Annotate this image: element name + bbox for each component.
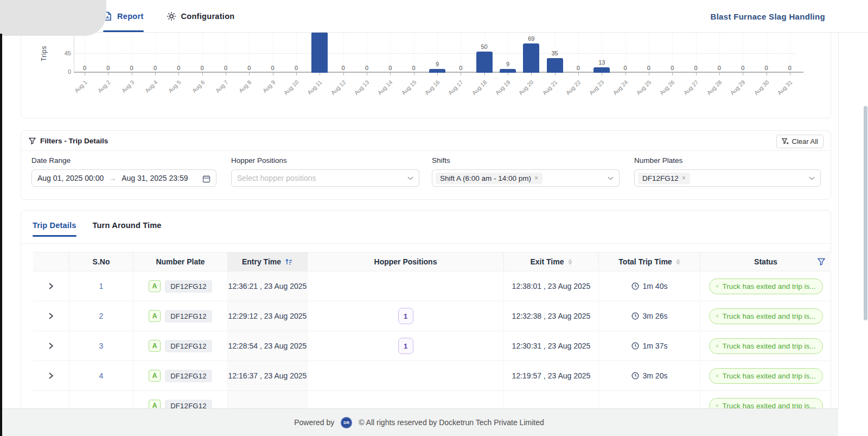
clear-all-label: Clear All [792, 137, 818, 146]
sno-link[interactable]: 3 [99, 342, 104, 350]
bar-value-label: 0 [215, 65, 237, 71]
number-plate-badge: DF12FG12 [165, 340, 212, 352]
bar-aug-18 [476, 52, 493, 73]
x-axis-tick [390, 73, 391, 75]
exit-time-cell: 12:19:57 , 23 Aug 2025 [504, 361, 599, 391]
header-total-trip-time[interactable]: Total Trip Time [599, 252, 700, 271]
status-badge: Truck has exited and trip is... [709, 308, 823, 324]
bar-value-label: 0 [779, 65, 801, 71]
total-trip-time-value: 1m 40s [643, 282, 668, 290]
header-hopper-positions: Hopper Positions [308, 252, 504, 271]
sort-ascending-icon [285, 258, 293, 266]
remove-number-plate-icon[interactable]: × [682, 175, 686, 181]
status-badge: Truck has exited and trip is... [709, 338, 823, 354]
shift-badge: A [149, 310, 161, 322]
tab-turn-around-time[interactable]: Turn Around Time [93, 221, 162, 237]
sno-link[interactable]: 2 [99, 312, 104, 320]
x-axis-tick [178, 73, 179, 75]
trips-bar-chart: Trips 45 0 Aug 10Aug 20Aug 30Aug 40Aug 5… [21, 33, 831, 118]
sno-link[interactable]: 1 [99, 282, 104, 290]
tab-trip-details[interactable]: Trip Details [33, 221, 76, 237]
date-range-end[interactable]: Aug 31, 2025 23:59 [122, 174, 188, 182]
x-axis-tick [672, 73, 673, 75]
bar-value-label: 0 [97, 65, 119, 71]
x-axis-tick [578, 73, 579, 75]
vertical-scrollbar[interactable] [864, 106, 867, 320]
x-axis-label: Aug 25 [629, 79, 653, 103]
x-axis-label: Aug 31 [770, 79, 794, 103]
clear-all-button[interactable]: Clear All [776, 135, 824, 148]
header-entry-time[interactable]: Entry Time [228, 252, 308, 271]
x-axis-label: Aug 15 [393, 79, 417, 103]
chevron-down-icon [407, 176, 413, 180]
bar-value-label: 13 [591, 59, 612, 66]
expand-row-icon[interactable] [48, 342, 54, 350]
chart-y-axis-title: Trips [40, 35, 48, 73]
status-badge: Truck has exited and trip is... [709, 368, 823, 384]
copyright-text: © All rights reserved by Docketrun Tech … [359, 418, 544, 427]
x-axis-label: Aug 10 [276, 79, 300, 103]
bar-value-label: 0 [638, 65, 660, 71]
table-tab-bar: Trip Details Turn Around Time [33, 221, 162, 237]
number-plate-tag: DF12FG12 × [638, 173, 690, 184]
tab-configuration[interactable]: Configuration [167, 0, 235, 33]
header-exit-time[interactable]: Exit Time [504, 252, 599, 271]
x-axis-label: Aug 23 [582, 79, 605, 103]
bar-value-label: 0 [567, 65, 589, 71]
tab-report[interactable]: Report [103, 0, 144, 33]
check-circle-icon [716, 282, 719, 290]
bar-aug-16 [429, 69, 445, 73]
status-filter-icon[interactable] [818, 258, 825, 266]
table-row: 3ADF12FG1212:28:54 , 23 Aug 2025112:30:3… [33, 331, 831, 361]
total-trip-time-value: 3m 26s [643, 312, 668, 320]
shift-tag-label: Shift A (6:00 am - 14:00 pm) [440, 174, 531, 182]
number-plates-select[interactable]: DF12FG12 × [634, 169, 821, 187]
x-axis-tick [343, 73, 344, 75]
sno-link[interactable]: 4 [99, 371, 104, 380]
x-axis-label: Aug 27 [675, 79, 699, 103]
x-axis-label: Aug 22 [558, 79, 582, 103]
shifts-label: Shifts [432, 156, 620, 165]
x-axis-label: Aug 9 [252, 79, 276, 103]
x-axis-label: Aug 13 [347, 79, 371, 103]
shift-badge: A [149, 370, 161, 382]
x-axis-label: Aug 30 [746, 79, 770, 103]
sort-carets-icon [676, 259, 680, 265]
x-axis-tick [85, 73, 85, 75]
bar-value-label: 0 [379, 65, 401, 71]
expand-row-icon[interactable] [48, 282, 54, 290]
bar-value-label: 9 [497, 61, 519, 67]
header-number-plate: Number Plate [133, 252, 228, 271]
clock-icon [631, 282, 639, 290]
trip-details-table: S.No Number Plate Entry Time Hopper Posi… [33, 252, 831, 421]
filter-hopper-positions: Hopper Positions Select hopper positions [231, 156, 419, 187]
x-axis-label: Aug 4 [135, 79, 159, 103]
x-axis-tick [414, 73, 414, 75]
x-axis-label: Aug 5 [158, 79, 182, 103]
table-row: 4ADF12FG1212:16:37 , 23 Aug 202512:19:57… [33, 361, 831, 391]
number-plate-badge: DF12FG12 [165, 370, 212, 382]
total-trip-time-value: 1m 37s [643, 342, 668, 350]
remove-shift-icon[interactable]: × [534, 175, 538, 181]
expand-row-icon[interactable] [48, 312, 54, 320]
gear-icon [167, 11, 176, 21]
shift-tag: Shift A (6:00 am - 14:00 pm) × [436, 173, 542, 184]
bar-value-label: 35 [544, 50, 566, 56]
shifts-select[interactable]: Shift A (6:00 am - 14:00 pm) × [432, 169, 620, 187]
check-circle-icon [716, 372, 719, 380]
bar-value-label: 0 [661, 65, 683, 71]
x-axis-tick [696, 73, 697, 75]
hopper-positions-select[interactable]: Select hopper positions [231, 169, 419, 187]
bar-value-label: 0 [756, 65, 777, 71]
total-trip-time-cell: 3m 26s [599, 301, 700, 331]
date-range-label: Date Range [31, 156, 216, 165]
x-axis-tick [437, 73, 438, 75]
bar-value-label: 0 [709, 65, 730, 71]
expand-row-icon[interactable] [48, 372, 54, 380]
date-range-start[interactable]: Aug 01, 2025 00:00 [37, 174, 104, 182]
number-plate-badge: DF12FG12 [165, 280, 212, 293]
x-axis-tick [555, 73, 556, 75]
date-range-input[interactable]: Aug 01, 2025 00:00 → Aug 31, 2025 23:59 [31, 169, 216, 187]
number-plates-label: Number Plates [634, 156, 821, 165]
page-title: Blast Furnace Slag Handling [711, 0, 825, 33]
